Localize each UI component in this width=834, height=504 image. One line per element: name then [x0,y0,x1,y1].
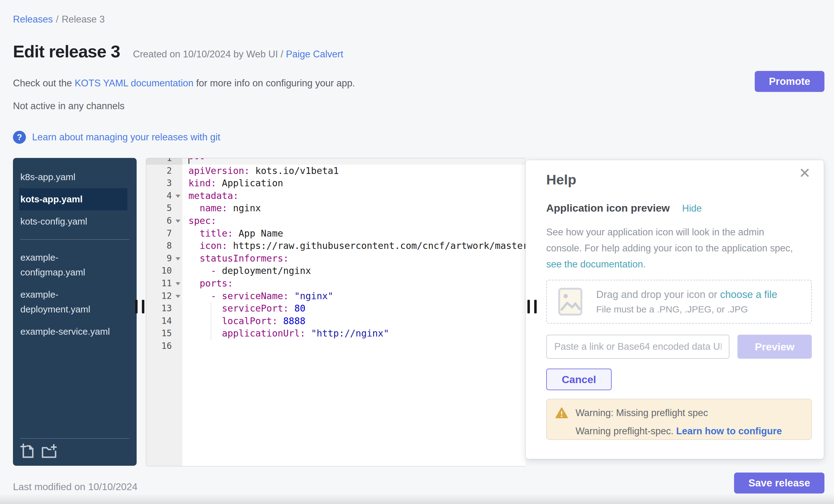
file-list-divider [20,239,129,240]
editor-line-8[interactable]: 8 icon: https://raw.githubusercontent.co… [146,240,526,252]
file-item-example-deployment.yaml[interactable]: example-deployment.yaml [13,283,137,321]
line-code[interactable]: localPort: 8888 [182,315,526,328]
close-icon[interactable]: ✕ [797,166,812,180]
editor-line-3[interactable]: 3kind: Application [146,177,526,190]
editor-line-10[interactable]: 10 - deployment/nginx [146,265,526,277]
line-code[interactable]: icon: https://raw.githubusercontent.com/… [182,240,526,252]
editor-line-6[interactable]: 6spec: [146,215,526,227]
line-code[interactable]: kind: Application [182,177,526,190]
image-placeholder-icon [557,287,583,316]
line-code[interactable]: ports: [182,277,526,290]
fold-chevron-down-icon[interactable] [175,195,180,198]
intro-before: Check out the [13,78,75,89]
file-item-example-configmap.yaml[interactable]: example-configmap.yaml [13,246,137,283]
editor-line-15[interactable]: 15 applicationUrl: "http://nginx" [146,327,526,340]
fold-chevron-down-icon[interactable] [175,220,180,223]
line-number: 5 [146,202,182,215]
icon-url-input[interactable] [546,335,729,359]
line-code[interactable]: servicePort: 80 [182,302,526,315]
channel-status: Not active in any channels [13,101,125,112]
line-code[interactable]: metadata: [182,190,526,202]
file-item-kots-config.yaml[interactable]: kots-config.yaml [13,210,137,233]
line-code[interactable]: apiVersion: kots.io/v1beta1 [182,165,526,177]
sidebar-resize-handle[interactable] [135,300,144,313]
line-code[interactable]: spec: [182,215,526,227]
cancel-button[interactable]: Cancel [546,369,612,390]
bottom-scroll-fade [0,494,834,504]
text-cursor [189,158,190,164]
line-code[interactable]: statusInformers: [182,252,526,265]
line-code[interactable]: --- [182,158,526,165]
help-panel-resize-handle[interactable] [527,300,537,313]
description-suffix: . [643,259,646,269]
see-documentation-link[interactable]: see the documentation [546,259,643,269]
save-release-button[interactable]: Save release [734,473,825,494]
file-item-kots-app.yaml[interactable]: kots-app.yaml [19,188,127,210]
add-folder-icon[interactable] [41,443,57,459]
add-file-icon[interactable] [20,443,35,459]
release-editor-page: Releases/Release 3 Edit release 3 Create… [0,0,834,504]
file-item-example-service.yaml[interactable]: example-service.yaml [13,321,137,343]
help-panel: ✕ Help Application icon preview Hide See… [525,160,824,459]
editor-line-9[interactable]: 9 statusInformers: [146,252,526,265]
description-line2: console. For help adding your icon to th… [546,243,793,254]
icon-preview-description: See how your application icon will look … [546,224,793,272]
git-releases-link[interactable]: Learn about managing your releases with … [32,132,220,143]
description-line1: See how your application icon will look … [546,227,764,238]
line-number: 4 [146,190,182,202]
sidebar-bottom [20,438,129,466]
fold-chevron-down-icon[interactable] [175,282,180,285]
line-number: 2 [146,165,182,177]
file-list: k8s-app.yamlkots-app.yamlkots-config.yam… [13,158,137,343]
page-title: Edit release 3 [13,41,120,61]
file-item-k8s-app.yaml[interactable]: k8s-app.yaml [13,166,137,188]
kots-yaml-docs-link[interactable]: KOTS YAML documentation [75,78,193,89]
release-author-link[interactable]: Paige Calvert [286,49,343,60]
editor-line-2[interactable]: 2apiVersion: kots.io/v1beta1 [146,165,526,177]
intro-after: for more info on configuring your app. [193,78,355,89]
editor-line-13[interactable]: 13 servicePort: 80 [146,302,526,315]
editor-line-5[interactable]: 5 name: nginx [146,202,526,215]
help-panel-title: Help [546,172,576,188]
preview-button[interactable]: Preview [738,335,812,359]
dropzone-text: Drag and drop your icon or [596,289,720,300]
line-number: 15 [146,327,182,340]
icon-preview-section-title: Application icon preview [546,202,670,214]
line-number: 12 [146,290,182,303]
line-code[interactable] [182,340,526,353]
editor-line-7[interactable]: 7 title: App Name [146,227,526,240]
line-code[interactable]: - deployment/nginx [182,265,526,277]
title-row: Edit release 3 Created on 10/10/2024 by … [13,41,343,61]
line-code[interactable]: applicationUrl: "http://nginx" [182,327,526,340]
fold-chevron-down-icon[interactable] [175,257,180,260]
editor-line-16[interactable]: 16 [146,340,526,353]
file-tree-sidebar: k8s-app.yamlkots-app.yamlkots-config.yam… [13,158,137,466]
editor-line-12[interactable]: 12 - serviceName: "nginx" [146,290,526,303]
editor-line-4[interactable]: 4metadata: [146,190,526,202]
line-number: 8 [146,240,182,252]
editor-line-14[interactable]: 14 localPort: 8888 [146,315,526,328]
yaml-code-editor[interactable]: 1---2apiVersion: kots.io/v1beta13kind: A… [146,158,526,466]
dropzone-filetypes: File must be a .PNG, .JPEG, or .JPG [596,304,777,314]
line-number: 10 [146,265,182,277]
editor-line-11[interactable]: 11 ports: [146,277,526,290]
fold-chevron-down-icon[interactable] [175,295,180,298]
warning-title: Warning: Missing preflight spec [575,408,708,419]
hide-link[interactable]: Hide [682,203,702,214]
line-number: 16 [146,340,182,353]
line-code[interactable]: - serviceName: "nginx" [182,290,526,303]
editor-line-1[interactable]: 1--- [146,158,526,165]
breadcrumb-releases-link[interactable]: Releases [13,14,53,25]
line-number: 11 [146,277,182,290]
line-number: 6 [146,215,182,227]
learn-how-to-configure-link[interactable]: Learn how to configure [676,426,782,436]
choose-a-file-link[interactable]: choose a file [720,289,777,300]
warning-icon [555,407,568,419]
line-number: 13 [146,302,182,315]
git-help-row: ? Learn about managing your releases wit… [13,131,220,144]
line-number: 14 [146,315,182,328]
line-code[interactable]: name: nginx [182,202,526,215]
icon-dropzone[interactable]: Drag and drop your icon or choose a file… [546,280,812,324]
line-code[interactable]: title: App Name [182,227,526,240]
promote-button[interactable]: Promote [755,71,825,92]
